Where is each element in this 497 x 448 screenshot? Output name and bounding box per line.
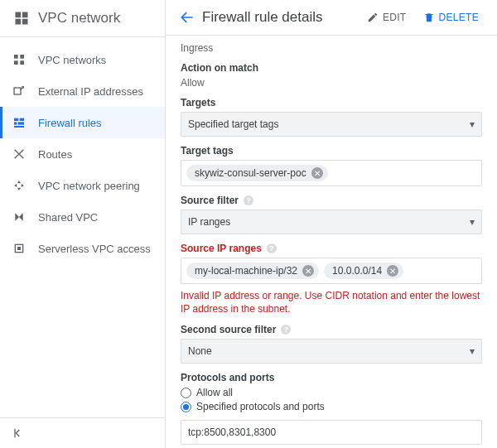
radio-label: Specified protocols and ports (196, 401, 325, 412)
source-filter-value: IP ranges (188, 216, 230, 228)
sidebar-item-label: Shared VPC (38, 211, 98, 224)
sidebar: VPC network VPC networks External IP add… (0, 0, 166, 448)
radio-specified[interactable]: Specified protocols and ports (181, 401, 482, 412)
main: Firewall rule details EDIT DELETE Ingres… (166, 0, 497, 448)
help-icon[interactable]: ? (281, 325, 291, 335)
sidebar-item-label: Firewall rules (38, 117, 102, 129)
protocols-input[interactable] (181, 420, 482, 445)
sidebar-item-peering[interactable]: VPC network peering (0, 170, 165, 201)
svg-marker-13 (22, 184, 24, 187)
chip-remove-icon[interactable]: ✕ (302, 265, 314, 277)
chip-remove-icon[interactable]: ✕ (387, 265, 398, 277)
delete-button[interactable]: DELETE (418, 8, 484, 26)
source-filter-label-text: Source filter (181, 195, 239, 206)
svg-rect-9 (14, 126, 24, 128)
svg-rect-15 (17, 247, 21, 250)
firewall-icon (12, 115, 27, 130)
delete-label: DELETE (439, 12, 479, 23)
trash-icon (423, 12, 435, 23)
serverless-icon (12, 241, 27, 256)
target-tags-input[interactable]: skywiz-consul-server-poc ✕ (181, 160, 482, 186)
source-filter-select[interactable]: IP ranges ▾ (181, 210, 482, 234)
sidebar-item-routes[interactable]: Routes (0, 138, 165, 170)
back-button[interactable] (179, 9, 195, 26)
svg-marker-10 (17, 181, 21, 183)
action-value: Allow (181, 77, 482, 89)
source-ip-input[interactable]: my-local-machine-ip/32 ✕ 10.0.0.0/14 ✕ (181, 258, 482, 284)
source-ip-label-text: Source IP ranges (181, 243, 262, 254)
svg-rect-4 (14, 88, 21, 94)
product-title: VPC network (38, 10, 120, 26)
sidebar-item-vpc-networks[interactable]: VPC networks (0, 44, 165, 75)
radio-icon (181, 402, 191, 412)
protocols-label: Protocols and ports (181, 372, 482, 383)
sidebar-collapse[interactable] (0, 417, 165, 448)
sidebar-item-external-ip[interactable]: External IP addresses (0, 75, 165, 107)
chip: my-local-machine-ip/32 ✕ (186, 263, 319, 279)
second-filter-value: None (188, 345, 212, 357)
sidebar-item-label: External IP addresses (38, 85, 143, 98)
action-label: Action on match (181, 62, 482, 74)
svg-rect-6 (20, 118, 24, 121)
svg-rect-2 (14, 60, 18, 65)
collapse-icon (12, 426, 25, 440)
sidebar-item-shared-vpc[interactable]: Shared VPC (0, 201, 165, 233)
second-filter-select[interactable]: None ▾ (181, 339, 482, 364)
sidebar-item-label: VPC network peering (38, 180, 140, 192)
svg-rect-7 (14, 122, 17, 124)
sidebar-header: VPC network (0, 0, 165, 37)
peering-icon (12, 178, 27, 193)
chip-label: 10.0.0.0/14 (332, 265, 382, 277)
second-filter-label-text: Second source filter (181, 324, 276, 335)
svg-rect-8 (18, 122, 24, 124)
source-filter-label: Source filter ? (181, 195, 482, 206)
sidebar-nav: VPC networks External IP addresses Firew… (0, 37, 165, 417)
svg-marker-12 (14, 184, 17, 187)
sidebar-item-serverless[interactable]: Serverless VPC access (0, 233, 165, 264)
sidebar-item-label: Routes (38, 148, 72, 161)
chip-remove-icon[interactable]: ✕ (311, 167, 323, 179)
help-icon[interactable]: ? (267, 243, 277, 253)
svg-rect-3 (20, 60, 24, 65)
grid-icon (12, 52, 27, 67)
source-ip-label: Source IP ranges ? (181, 243, 482, 254)
radio-allow-all[interactable]: Allow all (181, 387, 482, 398)
svg-marker-11 (17, 188, 21, 190)
radio-label: Allow all (196, 387, 233, 398)
chip: skywiz-consul-server-poc ✕ (186, 165, 328, 181)
second-filter-label: Second source filter ? (181, 324, 482, 335)
targets-label: Targets (181, 97, 482, 108)
content: Ingress Action on match Allow Targets Sp… (166, 36, 497, 448)
svg-rect-5 (14, 118, 18, 121)
help-icon[interactable]: ? (244, 195, 253, 205)
external-ip-icon (12, 84, 27, 99)
sidebar-item-firewall-rules[interactable]: Firewall rules (0, 107, 165, 138)
svg-rect-0 (14, 55, 18, 59)
chip: 10.0.0.0/14 ✕ (324, 263, 403, 279)
chevron-down-icon: ▾ (470, 216, 475, 228)
shared-vpc-icon (12, 210, 27, 224)
topbar: Firewall rule details EDIT DELETE (166, 0, 497, 36)
chevron-down-icon: ▾ (470, 345, 475, 357)
sidebar-item-label: VPC networks (38, 54, 106, 66)
routes-icon (12, 147, 27, 161)
svg-rect-1 (20, 55, 24, 59)
chevron-down-icon: ▾ (470, 118, 475, 130)
targets-select[interactable]: Specified target tags ▾ (181, 112, 482, 137)
vpc-product-icon (13, 10, 30, 26)
page-title: Firewall rule details (202, 9, 355, 26)
targets-select-value: Specified target tags (188, 118, 278, 130)
sidebar-item-label: Serverless VPC access (38, 243, 151, 255)
direction-value: Ingress (181, 42, 482, 54)
source-ip-error: Invalid IP address or range. Use CIDR no… (181, 289, 482, 316)
chip-label: my-local-machine-ip/32 (195, 265, 297, 277)
radio-icon (181, 388, 191, 398)
target-tags-label: Target tags (181, 145, 482, 157)
edit-label: EDIT (383, 12, 407, 23)
chip-label: skywiz-consul-server-poc (195, 167, 306, 179)
edit-button[interactable]: EDIT (362, 8, 412, 26)
pencil-icon (367, 12, 379, 23)
